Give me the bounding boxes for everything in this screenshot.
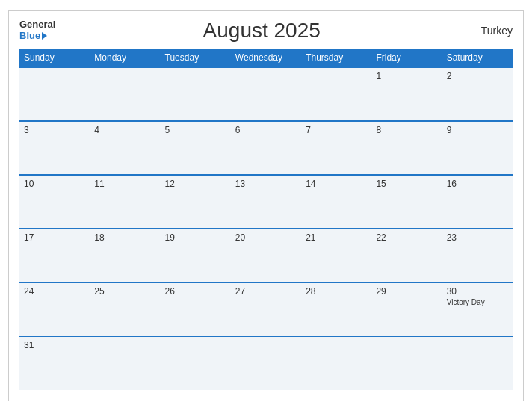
weekday-header-friday: Friday <box>371 49 442 67</box>
weekday-header-row: SundayMondayTuesdayWednesdayThursdayFrid… <box>19 49 513 67</box>
calendar-cell <box>301 336 371 390</box>
logo-general-text: General <box>19 19 55 30</box>
logo-triangle-icon <box>42 32 47 40</box>
calendar-week-5: 24252627282930Victory Day <box>19 282 513 336</box>
calendar-cell: 2 <box>442 67 513 121</box>
calendar-cell <box>90 67 160 121</box>
calendar-cell: 5 <box>161 121 231 175</box>
day-number: 7 <box>306 125 367 135</box>
calendar-cell: 22 <box>371 229 442 282</box>
day-number: 31 <box>24 340 85 350</box>
calendar-cell: 13 <box>231 175 301 229</box>
day-number: 21 <box>306 232 367 243</box>
calendar-week-6: 31 <box>19 336 513 390</box>
day-number: 6 <box>235 125 297 135</box>
calendar-cell: 12 <box>161 175 231 229</box>
calendar-cell <box>231 336 301 390</box>
calendar-cell: 15 <box>371 175 442 229</box>
logo-blue-label: Blue <box>19 31 40 41</box>
calendar-week-2: 3456789 <box>19 121 513 175</box>
calendar-cell: 18 <box>90 229 160 282</box>
calendar-cell: 8 <box>371 121 442 175</box>
day-number: 11 <box>94 179 155 189</box>
day-number: 23 <box>447 232 508 243</box>
calendar-cell: 17 <box>19 229 90 282</box>
calendar-cell: 14 <box>301 175 371 229</box>
day-number: 24 <box>24 286 85 297</box>
calendar-cell <box>442 336 513 390</box>
calendar-cell <box>371 336 442 390</box>
day-number: 12 <box>165 179 226 189</box>
calendar-country: Turkey <box>468 25 513 37</box>
calendar-cell: 4 <box>90 121 160 175</box>
day-number: 19 <box>165 232 226 243</box>
day-number: 16 <box>447 179 508 189</box>
calendar-cell: 26 <box>161 282 231 336</box>
calendar-cell <box>161 67 231 121</box>
calendar-cell: 7 <box>301 121 371 175</box>
calendar-cell <box>161 336 231 390</box>
day-number: 9 <box>447 125 508 135</box>
day-number: 3 <box>24 125 85 135</box>
day-number: 29 <box>376 286 437 297</box>
day-number: 14 <box>306 179 367 189</box>
calendar-title: August 2025 <box>55 19 468 43</box>
calendar-cell: 10 <box>19 175 90 229</box>
calendar-cell: 30Victory Day <box>442 282 513 336</box>
day-number: 26 <box>165 286 226 297</box>
calendar-header: General Blue August 2025 Turkey <box>19 19 513 43</box>
calendar-cell <box>90 336 160 390</box>
calendar-week-3: 10111213141516 <box>19 175 513 229</box>
calendar-cell: 3 <box>19 121 90 175</box>
calendar-cell: 1 <box>371 67 442 121</box>
day-number: 27 <box>235 286 297 297</box>
day-number: 8 <box>376 125 437 135</box>
day-number: 15 <box>376 179 437 189</box>
day-number: 2 <box>447 71 508 81</box>
calendar-cell: 19 <box>161 229 231 282</box>
calendar-cell: 24 <box>19 282 90 336</box>
calendar: General Blue August 2025 Turkey SundayMo… <box>8 10 524 401</box>
day-number: 17 <box>24 232 85 243</box>
day-number: 13 <box>235 179 297 189</box>
calendar-cell: 11 <box>90 175 160 229</box>
calendar-week-4: 17181920212223 <box>19 229 513 282</box>
calendar-cell: 31 <box>19 336 90 390</box>
day-number: 30 <box>447 286 508 297</box>
holiday-label: Victory Day <box>447 298 508 306</box>
calendar-cell: 23 <box>442 229 513 282</box>
calendar-cell: 27 <box>231 282 301 336</box>
day-number: 25 <box>94 286 155 297</box>
day-number: 4 <box>94 125 155 135</box>
calendar-cell: 25 <box>90 282 160 336</box>
day-number: 22 <box>376 232 437 243</box>
logo: General Blue <box>19 19 55 41</box>
weekday-header-tuesday: Tuesday <box>161 49 231 67</box>
calendar-cell: 28 <box>301 282 371 336</box>
calendar-cell: 20 <box>231 229 301 282</box>
calendar-cell: 29 <box>371 282 442 336</box>
calendar-cell: 21 <box>301 229 371 282</box>
logo-blue-text: Blue <box>19 31 47 41</box>
weekday-header-sunday: Sunday <box>19 49 90 67</box>
calendar-cell <box>231 67 301 121</box>
calendar-grid: SundayMondayTuesdayWednesdayThursdayFrid… <box>19 49 513 390</box>
day-number: 5 <box>165 125 226 135</box>
calendar-cell <box>301 67 371 121</box>
calendar-cell: 6 <box>231 121 301 175</box>
weekday-header-monday: Monday <box>90 49 160 67</box>
calendar-cell: 16 <box>442 175 513 229</box>
weekday-header-thursday: Thursday <box>301 49 371 67</box>
calendar-week-1: 12 <box>19 67 513 121</box>
calendar-cell <box>19 67 90 121</box>
day-number: 18 <box>94 232 155 243</box>
calendar-cell: 9 <box>442 121 513 175</box>
weekday-header-wednesday: Wednesday <box>231 49 301 67</box>
day-number: 10 <box>24 179 85 189</box>
weekday-header-saturday: Saturday <box>442 49 513 67</box>
day-number: 28 <box>306 286 367 297</box>
day-number: 1 <box>376 71 437 81</box>
day-number: 20 <box>235 232 297 243</box>
